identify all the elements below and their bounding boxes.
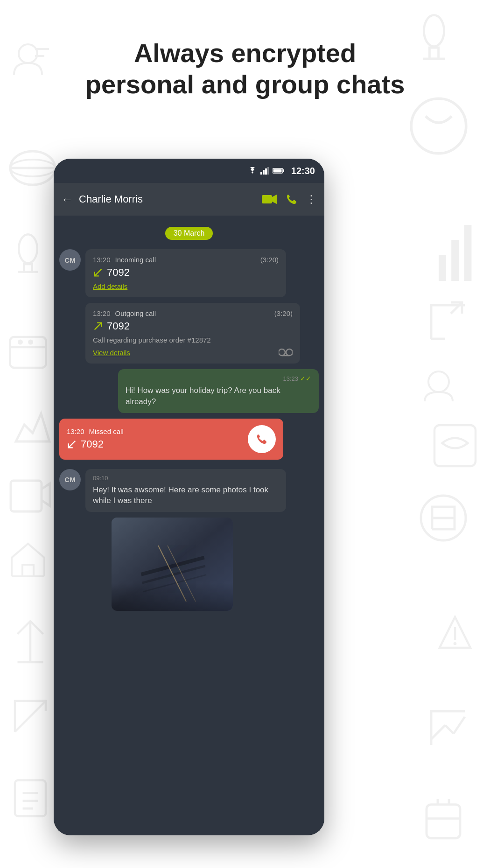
outgoing-call-message: 13:20 Outgoing call (3:20) 7092 Call reg… (54, 300, 324, 366)
app-bar-actions: ⋮ (262, 193, 317, 206)
svg-rect-46 (265, 168, 267, 175)
video-call-button[interactable] (262, 194, 278, 205)
svg-rect-6 (464, 225, 471, 281)
own-msg-time-row: 13:23 ✓✓ (126, 375, 311, 382)
incoming-call-bubble: 13:20 Incoming call (3:20) 7092 Add deta… (85, 249, 286, 297)
incoming-call-time: 13:20 (93, 256, 111, 264)
incoming-call-duration: (3:20) (260, 256, 279, 264)
svg-rect-40 (427, 805, 460, 838)
incoming-text-bubble: 09:10 Hey! It was awsome! Here are some … (85, 469, 286, 512)
svg-point-36 (454, 642, 457, 645)
missed-call-message: 13:20 Missed call 7092 (54, 416, 324, 462)
svg-rect-49 (283, 169, 284, 172)
svg-point-8 (428, 371, 449, 392)
svg-point-18 (19, 234, 37, 263)
chat-area: 30 March CM 13:20 Incoming call (3:20) 7… (54, 216, 324, 835)
svg-rect-50 (273, 169, 281, 173)
outgoing-call-type: Outgoing call (115, 309, 156, 317)
avatar-cm-1: CM (59, 249, 81, 271)
own-text-message: 13:23 ✓✓ Hi! How was your holiday trip? … (54, 366, 324, 416)
incoming-call-message: CM 13:20 Incoming call (3:20) 7092 Add d… (54, 246, 324, 300)
svg-line-54 (95, 323, 102, 330)
chat-title: Charlie Morris (79, 193, 256, 205)
header-line1: Always encrypted (28, 37, 462, 69)
svg-point-15 (10, 151, 55, 185)
view-details-link[interactable]: View details (93, 349, 130, 357)
svg-rect-44 (260, 172, 262, 175)
avatar-cm-2: CM (59, 469, 81, 490)
outgoing-call-bubble: 13:20 Outgoing call (3:20) 7092 Call reg… (85, 303, 300, 364)
own-msg-text: Hi! How was your holiday trip? Are you b… (126, 385, 311, 407)
status-time: 12:30 (291, 166, 315, 176)
header-line2: personal and group chats (28, 69, 462, 100)
missed-call-time: 13:20 (67, 427, 84, 435)
svg-rect-47 (267, 167, 269, 175)
svg-rect-27 (22, 565, 34, 576)
svg-point-23 (18, 340, 23, 345)
missed-call-number: 7092 (81, 438, 104, 450)
add-details-link[interactable]: Add details (93, 282, 127, 290)
back-button[interactable]: ← (61, 192, 73, 207)
missed-call-type: Missed call (89, 427, 124, 435)
svg-line-39 (454, 717, 465, 734)
incoming-msg-time: 09:10 (93, 475, 279, 482)
own-msg-time: 13:23 (283, 375, 298, 382)
missed-call-arrow-icon (67, 439, 77, 449)
svg-rect-19 (24, 264, 32, 272)
photo-bubble (112, 518, 233, 611)
voicemail-icon (279, 348, 293, 357)
incoming-call-arrow-icon (93, 267, 103, 278)
incoming-call-number: 7092 (107, 266, 130, 279)
svg-line-53 (95, 269, 102, 276)
outgoing-call-duration: (3:20) (274, 309, 293, 317)
outgoing-call-number: 7092 (107, 320, 130, 332)
svg-line-58 (69, 441, 76, 448)
incoming-call-type: Incoming call (115, 256, 156, 264)
svg-line-7 (451, 302, 462, 314)
svg-rect-45 (263, 170, 265, 175)
wifi-icon (247, 167, 258, 175)
svg-rect-21 (10, 337, 46, 368)
svg-line-37 (431, 725, 445, 739)
signal-icon (260, 167, 270, 175)
status-icons (247, 167, 285, 175)
photo-content (112, 518, 233, 611)
outgoing-call-note: Call regarding purchase order #12872 (93, 336, 293, 344)
svg-rect-9 (434, 425, 476, 466)
svg-point-3 (411, 98, 466, 154)
callback-phone-icon (255, 433, 268, 446)
incoming-text-message: CM 09:10 Hey! It was awsome! Here are so… (54, 466, 324, 515)
outgoing-call-time: 13:20 (93, 309, 111, 317)
phone-call-button[interactable] (285, 193, 298, 206)
svg-line-38 (445, 725, 454, 734)
header-text: Always encrypted personal and group chat… (0, 37, 490, 100)
more-options-button[interactable]: ⋮ (306, 193, 317, 206)
svg-point-24 (28, 340, 33, 345)
callback-button[interactable] (248, 425, 276, 453)
svg-rect-51 (262, 195, 272, 203)
missed-call-left: 13:20 Missed call 7092 (67, 427, 248, 450)
svg-rect-25 (11, 481, 42, 511)
date-divider: 30 March (54, 227, 324, 240)
svg-rect-5 (451, 240, 459, 281)
double-check-icon: ✓✓ (300, 375, 311, 382)
app-bar: ← Charlie Morris ⋮ (54, 183, 324, 216)
incoming-msg-text: Hey! It was awsome! Here are some photos… (93, 484, 279, 507)
battery-icon (273, 168, 285, 174)
svg-point-55 (279, 349, 285, 356)
outgoing-call-arrow-icon (93, 321, 103, 331)
status-bar: 12:30 (54, 159, 324, 183)
svg-point-10 (421, 496, 466, 540)
svg-point-17 (10, 160, 55, 176)
svg-rect-4 (439, 255, 446, 281)
own-text-bubble: 13:23 ✓✓ Hi! How was your holiday trip? … (118, 369, 319, 413)
svg-point-56 (286, 349, 293, 356)
missed-call-bubble: 13:20 Missed call 7092 (59, 419, 283, 460)
date-badge: 30 March (165, 227, 213, 240)
phone-device: 12:30 ← Charlie Morris ⋮ 30 March CM (54, 159, 324, 835)
svg-line-30 (15, 701, 46, 732)
svg-marker-52 (272, 195, 277, 204)
svg-rect-31 (15, 780, 46, 816)
photo-placeholder (112, 518, 233, 611)
photo-message-row (54, 518, 324, 611)
